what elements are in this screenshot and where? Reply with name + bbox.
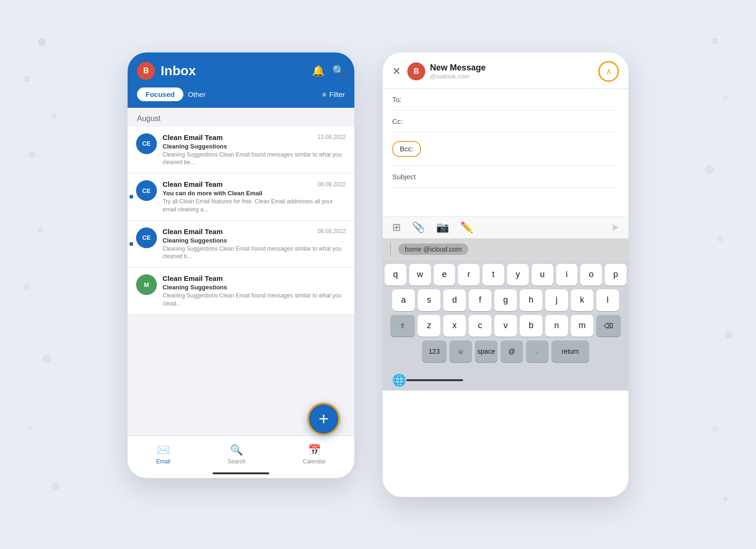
pen-icon[interactable]: ✏️ <box>460 221 473 234</box>
nav-email[interactable]: ✉️ Email <box>156 444 171 465</box>
key-n[interactable]: n <box>545 315 568 337</box>
email-top-row: Clean Email Team 08.08.2022 <box>163 180 346 188</box>
key-u[interactable]: u <box>532 264 553 286</box>
email-item[interactable]: M Clean Email Team Cleaning Suggestions … <box>128 268 354 315</box>
key-x[interactable]: x <box>443 315 466 337</box>
nav-calendar[interactable]: 📅 Calendar <box>303 444 326 465</box>
backspace-key[interactable]: ⌫ <box>596 315 621 337</box>
shift-key[interactable]: ⇧ <box>390 315 415 337</box>
subject-field[interactable]: Subject: <box>392 166 619 188</box>
key-i[interactable]: i <box>556 264 578 286</box>
key-m[interactable]: m <box>571 315 593 337</box>
subject-label: Subject: <box>392 173 416 181</box>
subject-input[interactable] <box>416 173 619 181</box>
attachment-box-icon[interactable]: ⊞ <box>392 221 401 234</box>
key-z[interactable]: z <box>418 315 440 337</box>
key-w[interactable]: w <box>409 264 431 286</box>
bottom-bar: 🌐 <box>383 368 628 391</box>
email-sender: Clean Email Team <box>163 274 223 282</box>
bell-icon[interactable]: 🔔 <box>312 65 325 77</box>
bcc-pill: Bcc: <box>392 141 421 157</box>
key-v[interactable]: v <box>494 315 517 337</box>
key-t[interactable]: t <box>482 264 504 286</box>
bcc-field[interactable]: Bcc: <box>392 132 619 166</box>
email-item[interactable]: CE Clean Email Team 08.08.2022 Cleaning … <box>128 221 354 268</box>
cc-field[interactable]: Cc: <box>392 111 619 132</box>
autocomplete-domain: @icloud.com <box>423 245 462 253</box>
compose-body[interactable] <box>383 188 628 216</box>
calendar-icon: 📅 <box>308 444 321 456</box>
key-e[interactable]: e <box>434 264 455 286</box>
month-label: August <box>128 108 354 127</box>
key-j[interactable]: j <box>545 289 568 311</box>
key-a[interactable]: a <box>392 289 415 311</box>
nav-search[interactable]: 🔍 Search <box>228 444 246 465</box>
return-key[interactable]: return <box>551 340 589 362</box>
search-icon[interactable]: 🔍 <box>332 65 345 77</box>
tab-other[interactable]: Other <box>188 90 206 98</box>
key-o[interactable]: o <box>580 264 602 286</box>
to-field[interactable]: To: <box>392 89 619 111</box>
key-q[interactable]: q <box>385 264 406 286</box>
keyboard-row-4: 123 ☺ space @ . return <box>385 340 627 362</box>
key-r[interactable]: r <box>458 264 480 286</box>
header-icons: 🔔 🔍 <box>312 65 345 77</box>
paperclip-icon[interactable]: 📎 <box>412 221 425 234</box>
send-button[interactable]: ➤ <box>610 221 619 234</box>
compose-phone: ✕ B New Message @outlook.com ∧ To: Cc: <box>383 52 628 497</box>
filter-button[interactable]: ≡ Filter <box>322 90 345 98</box>
emoji-key[interactable]: ☺ <box>449 340 472 362</box>
inbox-tabs: Focused Other ≡ Filter <box>137 87 345 108</box>
email-item[interactable]: CE Clean Email Team 08.08.2022 You can d… <box>128 174 354 221</box>
camera-icon[interactable]: 📷 <box>436 221 449 234</box>
inbox-header: B Inbox 🔔 🔍 Focused Other ≡ Filter <box>128 52 354 108</box>
globe-icon[interactable]: 🌐 <box>392 374 406 387</box>
key-h[interactable]: h <box>520 289 542 311</box>
email-item[interactable]: CE Clean Email Team 13.08.2022 Cleaning … <box>128 127 354 174</box>
email-content: Clean Email Team 13.08.2022 Cleaning Sug… <box>163 133 346 167</box>
key-p[interactable]: p <box>605 264 627 286</box>
expand-button[interactable]: ∧ <box>598 61 619 82</box>
keyboard: q w e r t y u i o p a s d f g h j k <box>383 260 628 368</box>
phones-container: B Inbox 🔔 🔍 Focused Other ≡ Filter Augus… <box>128 52 628 497</box>
key-d[interactable]: d <box>443 289 466 311</box>
to-label: To: <box>392 96 416 104</box>
email-sender: Clean Email Team <box>163 133 223 141</box>
cc-input[interactable] <box>416 117 619 125</box>
compose-email: @outlook.com <box>430 73 598 80</box>
autocomplete-suggestion[interactable]: home @icloud.com <box>398 244 468 255</box>
key-b[interactable]: b <box>520 315 542 337</box>
divider <box>390 242 391 256</box>
email-date: 08.08.2022 <box>318 181 346 188</box>
key-c[interactable]: c <box>469 315 491 337</box>
key-f[interactable]: f <box>469 289 491 311</box>
email-date: 13.08.2022 <box>318 134 346 140</box>
email-content: Clean Email Team Cleaning Suggestions Cl… <box>163 274 346 308</box>
key-y[interactable]: y <box>507 264 529 286</box>
email-content: Clean Email Team 08.08.2022 Cleaning Sug… <box>163 227 346 261</box>
period-key[interactable]: . <box>526 340 549 362</box>
bcc-label: Bcc: <box>400 145 413 153</box>
email-top-row: Clean Email Team 13.08.2022 <box>163 133 346 141</box>
compose-fields: To: Cc: Bcc: Subject: <box>383 89 628 188</box>
to-input[interactable] <box>416 96 619 104</box>
compose-button[interactable]: + <box>307 402 340 436</box>
autocomplete-label: home <box>405 245 421 253</box>
compose-title: New Message <box>430 63 598 73</box>
compose-header-row: ✕ B New Message @outlook.com ∧ <box>392 61 619 82</box>
compose-toolbar: ⊞ 📎 📷 ✏️ ➤ <box>383 216 628 238</box>
email-preview: Cleaning Suggestions Clean Email found m… <box>163 292 346 308</box>
key-s[interactable]: s <box>418 289 440 311</box>
email-avatar: CE <box>136 180 157 201</box>
bottom-nav: ✉️ Email 🔍 Search 📅 Calendar <box>128 436 354 478</box>
space-key[interactable]: space <box>475 340 498 362</box>
tab-focused[interactable]: Focused <box>137 87 183 101</box>
key-g[interactable]: g <box>494 289 517 311</box>
close-button[interactable]: ✕ <box>392 65 401 78</box>
at-key[interactable]: @ <box>500 340 523 362</box>
key-k[interactable]: k <box>571 289 593 311</box>
numbers-key[interactable]: 123 <box>422 340 447 362</box>
email-subject: You can do more with Clean Email <box>163 190 346 197</box>
email-preview: Try all Clean Email features for free. C… <box>163 198 346 214</box>
key-l[interactable]: l <box>596 289 619 311</box>
